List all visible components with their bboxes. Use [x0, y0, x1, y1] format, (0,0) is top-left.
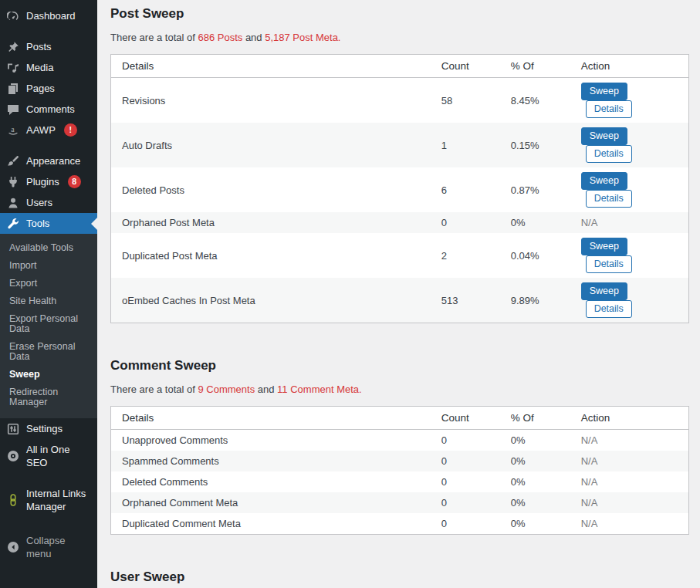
cell-percent: 0% — [500, 451, 570, 471]
cell-details: Auto Drafts — [111, 123, 431, 167]
cell-percent: 0.87% — [500, 167, 570, 212]
total-count2: 5,187 Post Meta. — [265, 32, 340, 43]
cell-details: Orphaned Post Meta — [111, 212, 431, 233]
cell-count: 0 — [431, 430, 500, 451]
sidebar-item-label: Collapse menu — [26, 534, 91, 560]
cell-details: Deleted Posts — [111, 167, 431, 212]
not-applicable-label: N/A — [581, 217, 598, 228]
section-title: User Sweep — [110, 569, 689, 586]
cell-percent: 9.89% — [500, 278, 570, 323]
not-applicable-label: N/A — [581, 476, 598, 488]
tools-submenu: Available ToolsImportExportSite HealthEx… — [0, 234, 97, 418]
cell-percent: 8.45% — [500, 78, 570, 123]
submenu-item-erase-personal-data[interactable]: Erase Personal Data — [0, 338, 97, 366]
dashboard-icon — [6, 9, 19, 22]
sidebar-item-label: Settings — [26, 422, 63, 435]
column-header-count: Count — [431, 407, 500, 430]
sidebar-item-media[interactable]: Media — [0, 57, 97, 78]
cell-percent: 0% — [500, 471, 570, 492]
sidebar-item-tools[interactable]: Tools — [0, 213, 97, 234]
cell-count: 1 — [431, 123, 500, 167]
not-applicable-label: N/A — [581, 497, 598, 509]
sidebar-item-label: Plugins — [26, 175, 59, 188]
sweep-button[interactable]: Sweep — [581, 238, 627, 255]
sidebar-item-label: Dashboard — [26, 9, 76, 22]
submenu-item-redirection-manager[interactable]: Redirection Manager — [0, 384, 97, 411]
sweep-button[interactable]: Sweep — [581, 172, 627, 190]
submenu-item-available-tools[interactable]: Available Tools — [0, 239, 97, 257]
sidebar-item-users[interactable]: Users — [0, 192, 97, 213]
sidebar-item-collapse-menu[interactable]: Collapse menu — [0, 530, 97, 564]
submenu-item-site-health[interactable]: Site Health — [0, 292, 97, 310]
wrench-icon — [6, 217, 19, 230]
menu-separator — [0, 140, 97, 150]
sidebar-item-settings[interactable]: Settings — [0, 418, 97, 439]
sidebar-item-all-in-one-seo[interactable]: All in One SEO — [0, 439, 97, 473]
update-count-badge: 8 — [68, 175, 81, 188]
cell-action: N/A — [570, 492, 689, 513]
cell-count: 513 — [431, 278, 500, 323]
column-header-of: % Of — [500, 55, 570, 78]
user-icon — [6, 196, 19, 209]
total-count1: 9 Comments — [198, 384, 255, 395]
sweep-button[interactable]: Sweep — [581, 83, 627, 100]
cell-count: 6 — [431, 167, 500, 212]
sidebar-item-internal-links-manager[interactable]: Internal Links Manager — [0, 483, 97, 517]
table-row: Spammed Comments00%N/A — [111, 451, 689, 471]
cell-percent: 0.04% — [500, 233, 570, 278]
submenu-item-import[interactable]: Import — [0, 257, 97, 275]
not-applicable-label: N/A — [581, 518, 598, 529]
column-header-of: % Of — [500, 407, 570, 430]
summary-text: There are a total of — [110, 384, 198, 395]
menu-separator — [0, 473, 97, 483]
details-button[interactable]: Details — [586, 100, 632, 118]
submenu-item-export-personal-data[interactable]: Export Personal Data — [0, 310, 97, 338]
comment-bubble-icon — [6, 103, 19, 116]
sidebar-item-plugins[interactable]: Plugins8 — [0, 171, 97, 192]
sidebar-item-dashboard[interactable]: Dashboard — [0, 5, 97, 26]
details-button[interactable]: Details — [586, 190, 632, 208]
details-button[interactable]: Details — [586, 145, 632, 163]
sidebar-item-label: Posts — [26, 40, 52, 53]
sweep-button[interactable]: Sweep — [581, 282, 627, 300]
cell-action: SweepDetails — [570, 123, 689, 167]
details-button[interactable]: Details — [586, 300, 632, 318]
submenu-item-sweep[interactable]: Sweep — [0, 366, 97, 384]
summary-text: and — [255, 384, 277, 395]
cell-percent: 0% — [500, 430, 570, 451]
table-row: Revisions588.45%SweepDetails — [111, 78, 689, 123]
details-button[interactable]: Details — [586, 255, 632, 273]
sidebar-item-label: Tools — [26, 217, 49, 230]
plug-icon — [6, 175, 19, 188]
cell-count: 0 — [431, 513, 500, 535]
cell-percent: 0% — [500, 492, 570, 513]
column-header-action: Action — [570, 407, 689, 430]
sidebar-item-appearance[interactable]: Appearance — [0, 150, 97, 171]
table-row: Deleted Comments00%N/A — [111, 471, 689, 492]
sidebar-item-label: Comments — [26, 103, 75, 116]
sidebar-item-label: All in One SEO — [26, 443, 91, 469]
cell-details: Orphaned Comment Meta — [111, 492, 431, 513]
section-post-sweep: Post SweepThere are a total of 686 Posts… — [110, 5, 689, 323]
sidebar-item-posts[interactable]: Posts — [0, 36, 97, 57]
update-count-badge: ! — [64, 123, 77, 137]
main-content: Post SweepThere are a total of 686 Posts… — [97, 0, 700, 588]
sidebar-item-label: Users — [26, 196, 52, 209]
table-header-row: DetailsCount% OfAction — [111, 407, 689, 430]
submenu-item-export[interactable]: Export — [0, 275, 97, 292]
sweep-button[interactable]: Sweep — [581, 127, 627, 145]
cell-action: N/A — [570, 471, 689, 492]
admin-sidebar: DashboardPostsMediaPagesCommentsaAAWP!Ap… — [0, 0, 97, 588]
sidebar-item-comments[interactable]: Comments — [0, 99, 97, 120]
column-header-details: Details — [111, 55, 431, 78]
sidebar-item-pages[interactable]: Pages — [0, 78, 97, 99]
cell-action: N/A — [570, 212, 689, 233]
sidebar-item-aawp[interactable]: aAAWP! — [0, 120, 97, 140]
table-row: Duplicated Comment Meta00%N/A — [111, 513, 689, 535]
table-row: oEmbed Caches In Post Meta5139.89%SweepD… — [111, 278, 689, 323]
cell-details: oEmbed Caches In Post Meta — [111, 278, 431, 323]
sliders-icon — [6, 422, 19, 435]
cell-action: N/A — [570, 430, 689, 451]
total-count1: 686 Posts — [198, 32, 242, 43]
section-user-sweep: User SweepThere are a total of 2 Users a… — [110, 569, 689, 588]
